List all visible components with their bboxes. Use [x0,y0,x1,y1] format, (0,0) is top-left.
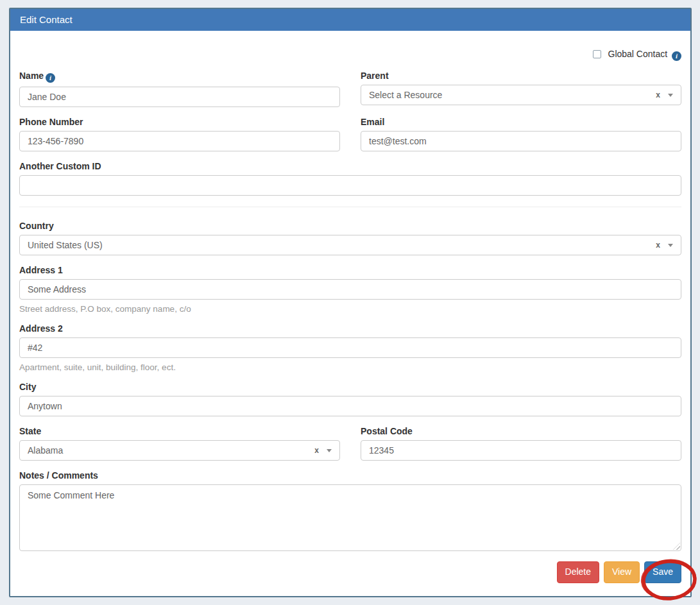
phone-label: Phone Number [19,117,340,127]
address2-help-text: Apartment, suite, unit, building, floor,… [19,362,681,372]
notes-wrap: Some Comment Here [19,484,681,551]
global-contact-checkbox[interactable] [593,50,601,58]
country-group: Country United States (US) x [19,221,681,255]
name-input[interactable] [19,87,340,107]
parent-select-value: Select a Resource [369,90,656,100]
custom-id-group: Another Custom ID [19,161,681,196]
row-name-parent: Namei Parent Select a Resource x [19,71,681,117]
notes-group: Notes / Comments Some Comment Here [19,470,681,551]
chevron-down-icon [668,244,673,247]
page: { "panel": { "title": "Edit Contact" }, … [0,0,700,605]
row-state-postal: State Alabama x Postal Code [19,426,681,470]
country-select-value: United States (US) [28,240,656,250]
parent-label: Parent [361,71,681,81]
chevron-down-icon [668,94,673,97]
city-label: City [19,382,681,392]
email-group: Email [361,117,681,151]
phone-input[interactable] [19,131,340,151]
country-select[interactable]: United States (US) x [19,235,681,255]
notes-textarea[interactable]: Some Comment Here [19,484,681,551]
city-group: City [19,382,681,416]
address2-group: Address 2 Apartment, suite, unit, buildi… [19,323,681,372]
parent-group: Parent Select a Resource x [361,71,681,107]
state-select-value: Alabama [28,445,314,456]
custom-id-label: Another Custom ID [19,161,681,171]
clear-selection-icon[interactable]: x [656,241,660,249]
postal-label: Postal Code [361,426,681,436]
city-input[interactable] [19,396,681,416]
state-group: State Alabama x [19,426,340,461]
button-row: Delete View Save [19,561,681,583]
address1-input[interactable] [19,279,681,300]
address1-group: Address 1 Street address, P.O box, compa… [19,265,681,314]
edit-contact-panel: Edit Contact Global Contact i Namei Pare… [9,8,692,597]
clear-selection-icon[interactable]: x [656,91,660,99]
notes-label: Notes / Comments [19,470,681,481]
address1-label: Address 1 [19,265,681,275]
delete-button[interactable]: Delete [557,561,599,583]
state-select[interactable]: Alabama x [19,440,340,461]
address2-input[interactable] [19,337,681,358]
state-label: State [19,426,340,436]
global-contact-row: Global Contact i [19,49,681,61]
global-contact-label: Global Contact [608,49,668,59]
country-label: Country [19,221,681,231]
name-label: Namei [19,71,340,83]
address1-help-text: Street address, P.O box, company name, c… [19,304,681,314]
name-group: Namei [19,71,340,107]
panel-body: Global Contact i Namei Parent Select a R… [10,49,690,588]
clear-selection-icon[interactable]: x [314,447,319,454]
postal-group: Postal Code [361,426,681,461]
view-button[interactable]: View [604,561,640,583]
info-icon[interactable]: i [46,73,55,83]
address2-label: Address 2 [19,323,681,334]
save-button[interactable]: Save [644,561,681,583]
postal-input[interactable] [361,440,681,461]
phone-group: Phone Number [19,117,340,151]
custom-id-input[interactable] [19,175,681,196]
row-phone-email: Phone Number Email [19,117,681,161]
info-icon[interactable]: i [672,51,681,61]
panel-title: Edit Contact [10,9,690,31]
section-divider [19,207,681,207]
parent-select[interactable]: Select a Resource x [361,85,681,105]
email-input[interactable] [361,131,681,151]
chevron-down-icon [327,449,332,452]
email-label: Email [361,117,681,127]
